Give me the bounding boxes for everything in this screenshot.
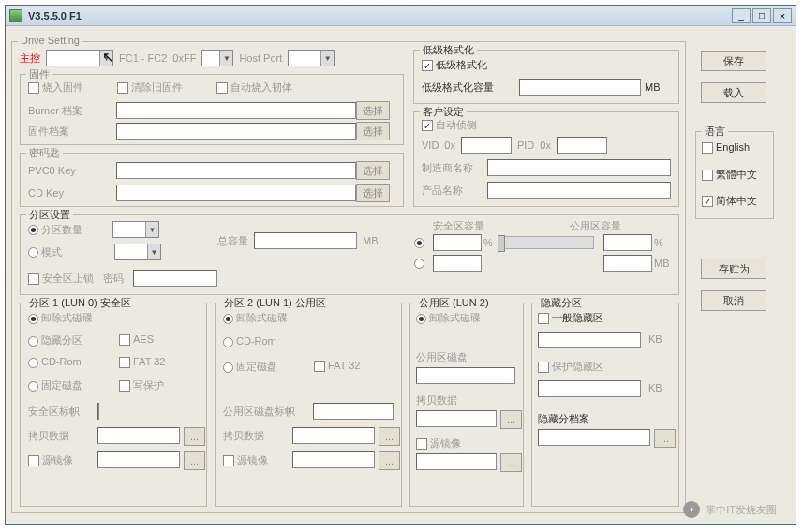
p2-legend: 分区 2 (LUN 1) 公用区 bbox=[221, 296, 329, 310]
pvc0-input[interactable] bbox=[116, 162, 356, 179]
close-button[interactable]: × bbox=[773, 8, 792, 23]
p1-iso-browse-button[interactable]: ... bbox=[184, 451, 205, 470]
hidden-general-check[interactable]: 一般隐藏区 bbox=[538, 312, 603, 323]
oxff-label: 0xFF bbox=[172, 52, 196, 64]
lowfmt-legend: 低级格式化 bbox=[420, 43, 477, 57]
p1-copy-browse-button[interactable]: ... bbox=[184, 427, 205, 446]
save-button[interactable]: 保存 bbox=[701, 51, 766, 71]
p1-cdrom-radio[interactable]: CD-Rom bbox=[28, 356, 82, 367]
pubcap-mb-input[interactable] bbox=[603, 255, 652, 272]
firmware-file-input[interactable] bbox=[116, 123, 356, 140]
mode-radio[interactable]: 模式 bbox=[28, 245, 62, 259]
p1-fat32-check[interactable]: FAT 32 bbox=[119, 356, 165, 367]
burner-file-input[interactable] bbox=[116, 102, 356, 119]
drive-setting-group: Drive Setting 主控 ▼ FC1 - FC2 0xFF ▼ Host… bbox=[11, 41, 686, 513]
vid-input[interactable] bbox=[461, 137, 512, 154]
p2-cdrom-radio[interactable]: CD-Rom bbox=[223, 335, 276, 347]
cancel-button[interactable]: 取消 bbox=[701, 290, 766, 311]
auto-burn-check[interactable]: 自动烧入韧体 bbox=[216, 81, 292, 95]
lang-sc-check[interactable]: ✓简体中文 bbox=[702, 195, 757, 206]
p2-removable-radio[interactable]: 卸除式磁碟 bbox=[223, 312, 288, 323]
p2-fixed-radio[interactable]: 固定磁盘 bbox=[223, 361, 277, 372]
p1-iso-input[interactable] bbox=[97, 451, 180, 468]
pvc0-label: PVC0 Key bbox=[28, 165, 116, 176]
total-label: 总容量 bbox=[217, 234, 248, 248]
firmware-group: 固件 烧入固件 清除旧固件 自动烧入韧体 Burner 档案 选择 固件档案 选… bbox=[20, 74, 404, 145]
product-label: 产品名称 bbox=[422, 184, 487, 198]
burner-file-select-button[interactable]: 选择 bbox=[356, 101, 390, 120]
pid-input[interactable] bbox=[557, 137, 607, 154]
wechat-icon: ✦ bbox=[683, 501, 700, 518]
p1-removable-radio[interactable]: 卸除式磁碟 bbox=[28, 312, 93, 323]
p2-iso-input[interactable] bbox=[292, 451, 375, 468]
seccap-mb-input[interactable] bbox=[433, 255, 482, 272]
hidden-file-browse-button[interactable]: ... bbox=[654, 429, 676, 448]
total-input[interactable] bbox=[254, 232, 357, 249]
pct-radio[interactable] bbox=[414, 238, 424, 248]
p1-wp-check[interactable]: 写保护 bbox=[119, 379, 164, 391]
p2-publabel-label: 公用区磁盘标帜 bbox=[223, 405, 295, 419]
firmware-file-select-button[interactable]: 选择 bbox=[356, 122, 390, 140]
pwd-input[interactable] bbox=[133, 270, 217, 287]
master-select[interactable]: ▼ bbox=[46, 50, 113, 66]
load-button[interactable]: 载入 bbox=[701, 82, 766, 103]
hidden-general-input[interactable] bbox=[538, 332, 641, 348]
minimize-button[interactable]: _ bbox=[732, 8, 751, 23]
p2-copy-label: 拷贝数据 bbox=[223, 429, 264, 443]
autodetect-check[interactable]: ✓自动侦侧 bbox=[422, 119, 477, 130]
lowfmt-cap-input[interactable] bbox=[519, 79, 641, 96]
capacity-slider[interactable] bbox=[500, 236, 594, 249]
p3-iso-check[interactable]: 源镜像 bbox=[416, 437, 461, 449]
p2-copy-input[interactable] bbox=[292, 427, 375, 444]
p1-copy-input[interactable] bbox=[97, 427, 180, 444]
hidden-protect-input[interactable] bbox=[538, 380, 641, 397]
oxff-select[interactable]: ▼ bbox=[201, 50, 233, 66]
clear-old-check[interactable]: 清除旧固件 bbox=[117, 81, 183, 95]
cd-input[interactable] bbox=[116, 185, 356, 201]
p2-group: 分区 2 (LUN 1) 公用区 卸除式磁碟 CD-Rom 固定磁盘 FAT 3… bbox=[215, 303, 402, 507]
vendor-label: 制造商名称 bbox=[422, 161, 487, 175]
product-input[interactable] bbox=[487, 182, 671, 199]
locksec-check[interactable]: 安全区上锁 bbox=[28, 272, 94, 286]
p3-copy-input[interactable] bbox=[416, 410, 497, 427]
pubcap-pct-input[interactable] bbox=[603, 234, 652, 251]
p3-disk-input[interactable] bbox=[416, 367, 515, 384]
partcount-radio[interactable]: 分区数量 bbox=[28, 223, 82, 237]
partcount-select[interactable]: ▼ bbox=[112, 221, 159, 238]
p1-hidden-radio[interactable]: 隐藏分区 bbox=[28, 334, 82, 346]
p2-copy-browse-button[interactable]: ... bbox=[379, 427, 400, 446]
mode-select[interactable]: ▼ bbox=[114, 244, 161, 260]
p2-iso-check[interactable]: 源镜像 bbox=[223, 454, 268, 466]
seccap-pct-input[interactable] bbox=[433, 234, 482, 251]
save-as-button[interactable]: 存贮为 bbox=[701, 259, 766, 279]
lowfmt-check[interactable]: ✓低级格式化 bbox=[422, 59, 487, 70]
client-legend: 客户设定 bbox=[420, 105, 467, 119]
pvc0-select-button[interactable]: 选择 bbox=[356, 161, 390, 180]
lang-tc-check[interactable]: 繁體中文 bbox=[702, 169, 757, 180]
cd-label: CD Key bbox=[28, 187, 116, 199]
p3-legend: 公用区 (LUN 2) bbox=[416, 296, 492, 310]
partition-legend: 分区设置 bbox=[26, 208, 73, 222]
p3-iso-browse-button[interactable]: ... bbox=[500, 453, 522, 472]
mb-radio[interactable] bbox=[414, 259, 424, 269]
p1-seclabel-input[interactable] bbox=[97, 403, 99, 420]
burn-in-check[interactable]: 烧入固件 bbox=[28, 81, 83, 95]
p3-iso-input[interactable] bbox=[416, 453, 497, 470]
p2-publabel-input[interactable] bbox=[313, 403, 394, 420]
cd-select-button[interactable]: 选择 bbox=[356, 184, 390, 202]
p2-iso-browse-button[interactable]: ... bbox=[379, 451, 400, 470]
hostport-select[interactable]: ▼ bbox=[288, 50, 335, 66]
maximize-button[interactable]: □ bbox=[752, 8, 771, 23]
watermark: ✦ 掌中IT发烧友圈 bbox=[683, 501, 777, 518]
vendor-input[interactable] bbox=[487, 159, 671, 176]
hidden-file-input[interactable] bbox=[538, 429, 650, 446]
p1-fixed-radio[interactable]: 固定磁盘 bbox=[28, 379, 82, 391]
p3-removable-radio[interactable]: 卸除式磁碟 bbox=[416, 312, 481, 323]
p1-iso-check[interactable]: 源镜像 bbox=[28, 454, 73, 466]
hidden-file-label: 隐藏分档案 bbox=[538, 412, 589, 426]
lang-en-check[interactable]: English bbox=[702, 141, 750, 153]
hidden-protect-check[interactable]: 保护隐藏区 bbox=[538, 361, 603, 372]
p3-copy-browse-button[interactable]: ... bbox=[500, 410, 522, 429]
p1-aes-check[interactable]: AES bbox=[119, 333, 154, 345]
p2-fat32-check[interactable]: FAT 32 bbox=[314, 360, 360, 371]
